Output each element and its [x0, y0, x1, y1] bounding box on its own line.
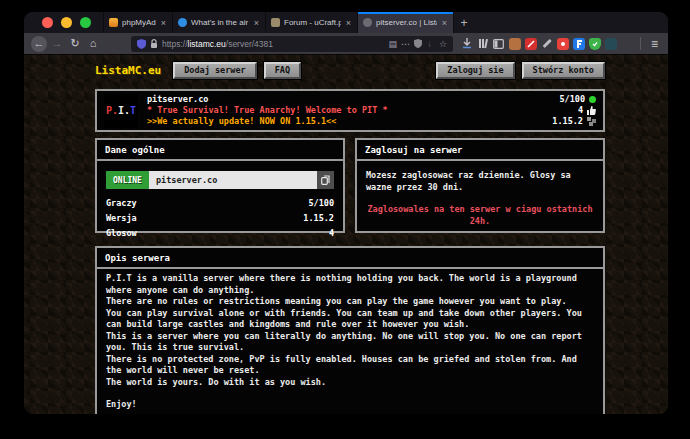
server-address-field[interactable]: pitserver.co: [149, 171, 317, 189]
extension-pin-icon[interactable]: [557, 38, 569, 50]
faq-button[interactable]: FAQ: [264, 62, 301, 79]
logo-letter-t: T: [130, 105, 136, 116]
status-badge: ONLINE: [106, 171, 149, 189]
description-paragraph: There are no rules or restrictions meani…: [106, 296, 594, 308]
server-motd-line2: >>We actually update! NOW ON 1.15.1<<: [147, 116, 543, 127]
stat-value: 1.15.2: [303, 211, 334, 226]
description-title: Opis serwera: [97, 248, 603, 269]
close-tab-icon[interactable]: ×: [253, 18, 260, 28]
minimize-window-button[interactable]: [61, 17, 72, 28]
description-panel: Opis serwera P.I.T is a vanilla server w…: [95, 246, 605, 414]
online-status-icon: [589, 96, 596, 103]
page-actions-icon[interactable]: ⋯: [401, 39, 410, 49]
stat-row-players: Graczy5/100: [106, 196, 334, 211]
listamc-favicon-icon: [363, 18, 372, 27]
server-banner[interactable]: P.I.T pitserver.co * True Survival! True…: [95, 89, 605, 132]
extension-dark-icon[interactable]: [605, 38, 617, 50]
globe-favicon-icon: [178, 18, 187, 27]
edit-pencil-icon[interactable]: [541, 38, 553, 50]
forum-favicon-icon: [271, 18, 280, 27]
tab-title: Forum - uCraft.pl | Forum Mine: [284, 18, 341, 27]
tab-bar: phpMyAdmin × What's in the air you breat…: [24, 12, 668, 33]
stat-label: Graczy: [106, 196, 137, 211]
extension-shield-icon[interactable]: [589, 38, 601, 50]
hamburger-menu-icon[interactable]: ≡: [648, 37, 661, 51]
tab-title: What's in the air you breathe? -: [191, 18, 249, 27]
site-header: ListaMC.eu Dodaj serwer FAQ Zaloguj sie …: [95, 59, 605, 81]
register-button[interactable]: Stwórz konto: [522, 62, 605, 79]
version-number: 1.15.2: [552, 116, 583, 127]
download-icon[interactable]: [461, 38, 473, 50]
phpmyadmin-favicon-icon: [109, 18, 118, 27]
stat-label: Wersja: [106, 211, 137, 226]
tab-ucraft-forum[interactable]: Forum - uCraft.pl | Forum Mine ×: [265, 12, 358, 33]
permissions-shield-icon[interactable]: [414, 39, 422, 48]
vote-alert-text: Zaglosowales na ten serwer w ciagu ostat…: [366, 203, 594, 227]
copy-icon: [321, 175, 330, 185]
url-path: /server/4381: [226, 39, 273, 49]
site-logo[interactable]: ListaMC.eu: [95, 64, 161, 77]
server-stats: 5/100 4 1.15.2: [552, 94, 596, 127]
version-cube-icon: [587, 117, 596, 126]
add-server-button[interactable]: Dodaj serwer: [173, 62, 256, 79]
stat-value: 4: [329, 226, 334, 241]
extension-tampermonkey-icon[interactable]: [509, 38, 521, 50]
url-domain: listamc.eu: [188, 39, 226, 49]
extension-multicolor-icon[interactable]: [621, 38, 633, 50]
thumbs-up-icon: [587, 106, 596, 115]
bookmark-star-icon[interactable]: ☆: [439, 39, 447, 49]
stat-row-version: Wersja1.15.2: [106, 211, 334, 226]
forward-button[interactable]: →: [49, 36, 65, 52]
login-button[interactable]: Zaloguj sie: [436, 62, 514, 79]
description-paragraph: You can play survival alone or with frie…: [106, 308, 594, 331]
tracking-protection-shield-icon[interactable]: [137, 39, 146, 49]
reader-mode-icon[interactable]: ▤: [388, 39, 397, 49]
reload-button[interactable]: ↻: [67, 36, 83, 52]
home-button[interactable]: ⌂: [85, 36, 101, 52]
extension-toolbar: ≡: [461, 37, 661, 51]
close-tab-icon[interactable]: ×: [441, 18, 448, 28]
tab-listamc-active[interactable]: pitserver.co | Lista Serwerów Mine ×: [357, 12, 454, 33]
close-tab-icon[interactable]: ×: [160, 18, 167, 28]
logo-letter-p: P.: [106, 105, 118, 116]
toolbar-separator: [640, 37, 641, 50]
close-tab-icon[interactable]: ×: [345, 18, 352, 28]
server-motd: pitserver.co * True Survival! True Anarc…: [147, 94, 543, 127]
lock-icon[interactable]: [150, 39, 158, 49]
page-content: ListaMC.eu Dodaj serwer FAQ Zaloguj sie …: [24, 55, 668, 414]
general-info-title: Dane ogólne: [97, 140, 343, 161]
description-paragraph: P.I.T is a vanilla server where there is…: [106, 273, 594, 296]
server-motd-line1: * True Survival! True Anarchy! Welcome t…: [147, 105, 543, 116]
server-name[interactable]: pitserver.co: [147, 94, 543, 105]
library-icon[interactable]: [477, 38, 489, 50]
extension-blue-icon[interactable]: [573, 38, 585, 50]
tab-phpmyadmin[interactable]: phpMyAdmin ×: [103, 12, 173, 33]
copy-address-button[interactable]: [317, 171, 334, 189]
browser-window: phpMyAdmin × What's in the air you breat…: [24, 12, 668, 414]
address-row: ONLINE pitserver.co: [106, 171, 334, 189]
description-paragraph: There is no protected zone, PvP is fully…: [106, 354, 594, 377]
new-tab-button[interactable]: +: [454, 12, 474, 33]
players-count: 5/100: [559, 94, 585, 105]
window-controls: [42, 12, 91, 33]
votes-count: 4: [578, 105, 583, 116]
pocket-icon[interactable]: →: [425, 39, 435, 48]
fullscreen-window-button[interactable]: [80, 17, 91, 28]
close-window-button[interactable]: [42, 17, 53, 28]
sidebar-toggle-icon[interactable]: [493, 38, 505, 50]
tab-air-breathe[interactable]: What's in the air you breathe? - ×: [172, 12, 266, 33]
navigation-toolbar: ← → ↻ ⌂ https://listamc.eu/server/4381 ▤…: [24, 33, 668, 55]
server-logo: P.I.T: [104, 94, 138, 128]
stat-row-votes: Glosow4: [106, 226, 334, 241]
logo-letter-i: I.: [118, 105, 130, 116]
stat-value: 5/100: [308, 196, 334, 211]
back-button[interactable]: ←: [31, 36, 47, 52]
vote-panel: Zaglosuj na serwer Mozesz zaglosowac raz…: [355, 138, 605, 233]
url-text[interactable]: https://listamc.eu/server/4381: [162, 39, 384, 49]
url-scheme: https://: [162, 39, 188, 49]
description-paragraph: This is a server where you can literally…: [106, 331, 594, 354]
extension-red-icon[interactable]: [525, 38, 537, 50]
tab-title: pitserver.co | Lista Serwerów Mine: [376, 18, 437, 27]
url-bar[interactable]: https://listamc.eu/server/4381 ▤ ⋯ → ☆: [131, 36, 453, 52]
description-paragraph: The world is yours. Do with it as you wi…: [106, 377, 594, 389]
